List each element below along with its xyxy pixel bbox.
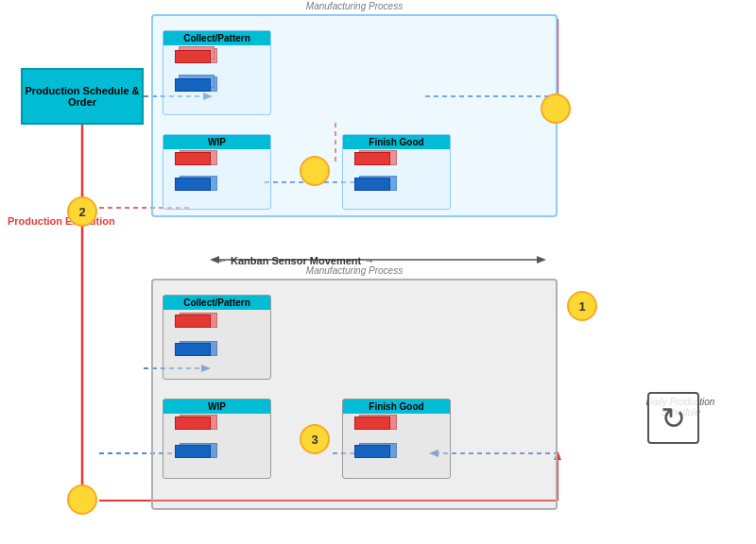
bottom-left-circle [67,484,97,515]
top-blue-stack [175,78,211,92]
top-fg-red-stack [354,152,390,165]
top-wip-red-stack [175,152,211,165]
circle-2: 2 [67,196,97,227]
bottom-collect-pattern-header: Collect/Pattern [163,296,270,310]
top-red-stack [175,50,211,63]
top-wip-box: WIP [163,134,271,210]
top-finish-good-box: Finish Good [342,134,451,210]
circle-3: 3 [300,424,330,454]
bottom-process-box: Manufacturing Process Collect/Pattern WI… [151,279,558,510]
bottom-finish-good-box: Finish Good [342,399,451,479]
bottom-wip-blue-stack [175,445,211,458]
bottom-finish-good-header: Finish Good [343,400,450,414]
bottom-wip-red-stack [175,416,211,430]
prod-schedule-label: Production Schedule & Order [23,85,142,108]
prod-schedule-box: Production Schedule & Order [21,68,144,125]
bottom-cp-red-stack [175,314,211,328]
bottom-collect-pattern-box: Collect/Pattern [163,295,271,380]
loop-arrow-icon: ↺ [661,400,686,436]
svg-marker-24 [537,256,546,264]
top-wip-blue-stack [175,178,211,191]
diagram-container: Production Schedule & Order Manufacturin… [0,0,756,544]
bottom-fg-red-stack [354,416,390,430]
prod-execution-label: Production Execution [8,215,115,227]
top-wip-header: WIP [163,135,270,149]
bottom-wip-header: WIP [163,400,270,414]
top-finish-good-header: Finish Good [343,135,450,149]
bottom-fg-blue-stack [354,445,390,458]
bottom-cp-blue-stack [175,343,211,356]
top-wip-circle [300,156,330,186]
circle-1: 1 [567,291,597,321]
bottom-wip-box: WIP [163,399,271,479]
top-collect-pattern-box: Collect/Pattern [163,30,271,115]
top-fg-blue-stack [354,178,390,191]
top-section-label: Manufacturing Process [306,1,403,11]
top-collect-pattern-header: Collect/Pattern [163,31,270,45]
loop-arrow-box: ↺ [647,392,699,444]
top-right-yellow-circle [541,94,571,124]
top-process-box: Manufacturing Process Collect/Pattern WI… [151,14,558,217]
bottom-section-label: Manufacturing Process [306,265,403,276]
